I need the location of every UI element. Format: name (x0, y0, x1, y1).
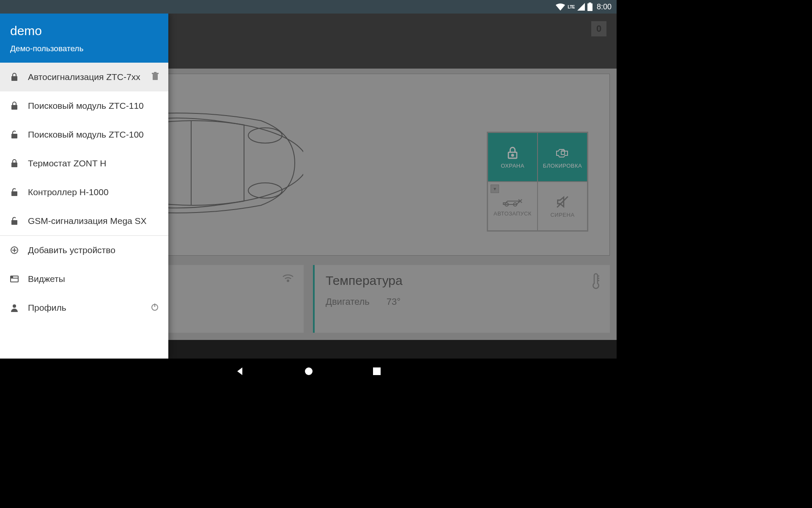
lock-open-icon (9, 188, 19, 196)
power-icon[interactable] (151, 303, 159, 313)
device-item-label: Поисковый модуль ZTC-110 (28, 101, 144, 111)
profile[interactable]: Профиль (0, 293, 168, 322)
drawer-username: demo (10, 24, 158, 38)
svg-point-32 (13, 304, 16, 308)
drawer-list: Автосигнализация ZTC-7xx Поисковый модул… (0, 63, 168, 359)
battery-icon (587, 3, 593, 11)
signal-icon (577, 3, 585, 11)
device-item-label: Контроллер H-1000 (28, 187, 109, 197)
device-item-ztc100[interactable]: Поисковый модуль ZTC-100 (0, 120, 168, 149)
svg-rect-38 (373, 367, 381, 375)
lock-open-icon (9, 217, 19, 225)
add-device-label: Добавить устройство (28, 245, 115, 255)
device-item-ztc110[interactable]: Поисковый модуль ZTC-110 (0, 91, 168, 120)
status-bar: LTE 8:00 (0, 0, 617, 14)
svg-rect-18 (153, 74, 158, 80)
svg-rect-22 (11, 134, 17, 138)
trash-icon[interactable] (151, 72, 159, 83)
device-item-label: Поисковый модуль ZTC-100 (28, 130, 144, 140)
widgets-label: Виджеты (28, 274, 65, 284)
svg-rect-17 (11, 76, 17, 81)
device-item-label: Автосигнализация ZTC-7xx (28, 72, 140, 82)
lock-closed-icon (9, 102, 19, 110)
nav-recent-button[interactable] (373, 367, 381, 377)
device-item-label: GSM-сигнализация Mega SX (28, 216, 147, 226)
drawer-header: demo Демо-пользователь (0, 14, 168, 63)
lock-closed-icon (9, 159, 19, 168)
svg-rect-25 (11, 220, 17, 225)
navigation-drawer: demo Демо-пользователь Автосигнализация … (0, 14, 168, 359)
svg-rect-20 (154, 72, 156, 73)
svg-rect-24 (11, 191, 17, 196)
device-item-zont-h[interactable]: Термостат ZONT H (0, 149, 168, 178)
nav-back-button[interactable] (236, 367, 245, 378)
profile-label: Профиль (28, 303, 66, 313)
widgets-icon (9, 276, 19, 282)
lock-closed-icon (9, 73, 19, 81)
android-nav-bar (0, 359, 617, 386)
drawer-subtitle: Демо-пользователь (10, 44, 158, 53)
svg-rect-31 (11, 277, 13, 277)
svg-rect-19 (152, 73, 159, 74)
svg-point-37 (305, 367, 313, 375)
svg-rect-21 (11, 105, 17, 110)
plus-circle-icon (9, 246, 19, 254)
device-item-label: Термостат ZONT H (28, 158, 106, 168)
svg-rect-23 (11, 163, 17, 167)
nav-home-button[interactable] (304, 367, 313, 378)
lock-open-icon (9, 130, 19, 139)
lte-indicator: LTE (568, 5, 575, 9)
wifi-status-icon (556, 3, 565, 11)
add-device[interactable]: Добавить устройство (0, 236, 168, 265)
widgets[interactable]: Виджеты (0, 265, 168, 293)
device-item-mega-sx[interactable]: GSM-сигнализация Mega SX (0, 207, 168, 235)
svg-rect-36 (589, 3, 591, 3)
svg-rect-35 (587, 3, 593, 11)
device-item-ztc7xx[interactable]: Автосигнализация ZTC-7xx (0, 63, 168, 91)
device-item-h1000[interactable]: Контроллер H-1000 (0, 178, 168, 207)
clock: 8:00 (597, 3, 612, 11)
person-icon (9, 304, 19, 312)
